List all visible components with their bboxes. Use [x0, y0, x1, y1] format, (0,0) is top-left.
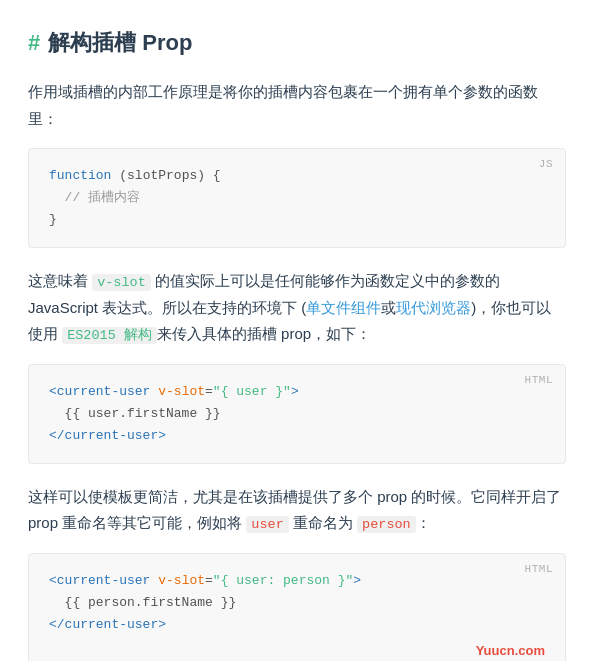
code-block-html-1: HTML <current-user v-slot="{ user }"> {{…	[28, 364, 566, 464]
paragraph-2: 这意味着 v-slot 的值实际上可以是任何能够作为函数定义中的参数的 Java…	[28, 268, 566, 348]
paragraph-1: 作用域插槽的内部工作原理是将你的插槽内容包裹在一个拥有单个参数的函数里：	[28, 79, 566, 132]
code-content-html-2: <current-user v-slot="{ user: person }">…	[49, 570, 545, 636]
para1-text: 作用域插槽的内部工作原理是将你的插槽内容包裹在一个拥有单个参数的函数里：	[28, 83, 538, 126]
para3-end: ：	[416, 514, 431, 531]
inline-vslot: v-slot	[92, 274, 151, 291]
link-sfc[interactable]: 单文件组件	[306, 299, 381, 317]
page-title: # 解构插槽 Prop	[28, 24, 566, 61]
lang-label-html-1: HTML	[525, 371, 553, 390]
para2-end: 来传入具体的插槽 prop，如下：	[157, 325, 371, 342]
title-hash: #	[28, 24, 40, 61]
link-modern-browser[interactable]: 现代浏览器	[396, 299, 471, 317]
paragraph-3: 这样可以使模板更简洁，尤其是在该插槽提供了多个 prop 的时候。它同样开启了 …	[28, 484, 566, 537]
para2-link-sep: 或	[381, 299, 396, 316]
inline-es2015: ES2015 解构	[62, 327, 157, 344]
code-content-js: function (slotProps) { // 插槽内容 }	[49, 165, 545, 231]
inline-person: person	[357, 516, 416, 533]
title-text: 解构插槽 Prop	[48, 24, 192, 61]
lang-label-js: JS	[539, 155, 553, 174]
para2-before: 这意味着	[28, 272, 92, 289]
watermark: Yuucn.com	[49, 640, 545, 661]
para3-middle: 重命名为	[289, 514, 357, 531]
code-content-html-1: <current-user v-slot="{ user }"> {{ user…	[49, 381, 545, 447]
inline-user: user	[246, 516, 288, 533]
code-block-html-2: HTML <current-user v-slot="{ user: perso…	[28, 553, 566, 661]
code-block-js: JS function (slotProps) { // 插槽内容 }	[28, 148, 566, 248]
lang-label-html-2: HTML	[525, 560, 553, 579]
